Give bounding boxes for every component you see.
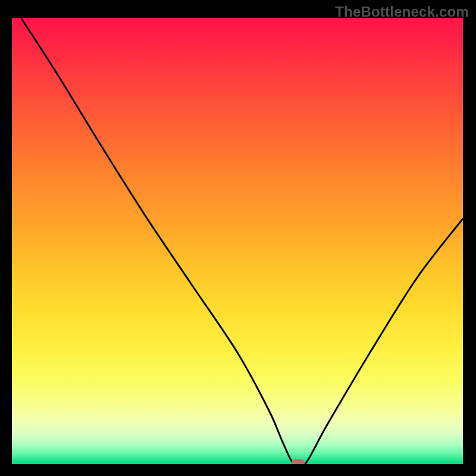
- plot-area: [12, 18, 463, 464]
- gradient-background: [12, 18, 463, 464]
- optimum-marker: [292, 459, 305, 464]
- chart-stage: TheBottleneck.com: [0, 0, 476, 476]
- plot-svg: [12, 18, 463, 464]
